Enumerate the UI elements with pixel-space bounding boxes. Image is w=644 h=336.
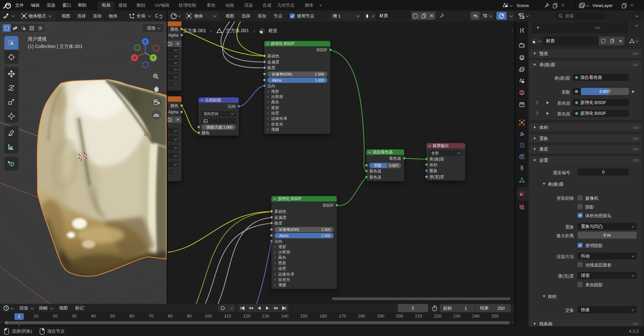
svg-text:Z: Z (144, 40, 146, 44)
svg-text:X: X (133, 56, 136, 60)
svg-text:Y: Y (152, 56, 155, 60)
